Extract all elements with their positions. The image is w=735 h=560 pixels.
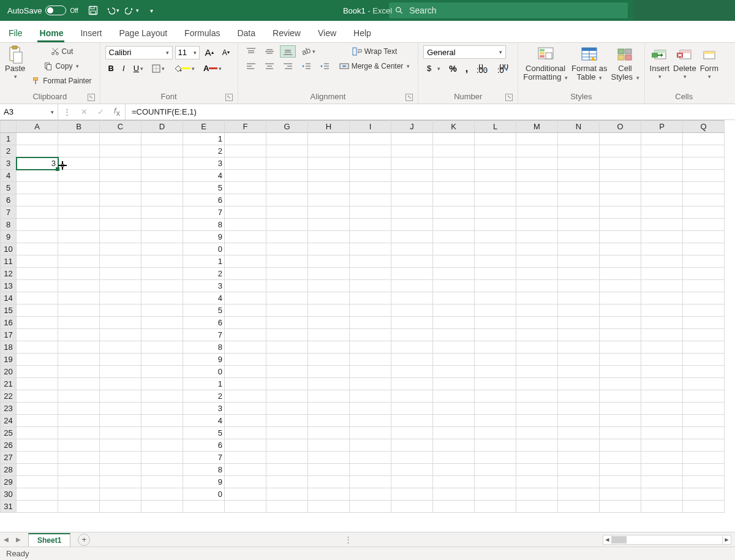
cell[interactable]	[683, 133, 725, 145]
cell[interactable]	[475, 305, 516, 317]
qat-customize-button[interactable]: ▾	[143, 2, 160, 19]
cell[interactable]	[17, 329, 58, 341]
cell[interactable]	[266, 145, 308, 157]
row-header[interactable]: 8	[1, 219, 17, 231]
cell[interactable]	[391, 145, 433, 157]
cell[interactable]: 9	[183, 476, 225, 488]
column-header[interactable]: B	[58, 121, 100, 133]
align-center-button[interactable]	[262, 60, 277, 72]
cell[interactable]	[433, 390, 475, 403]
cell[interactable]	[641, 415, 683, 427]
cell[interactable]	[100, 354, 141, 366]
cell[interactable]	[516, 268, 558, 280]
cell[interactable]	[100, 182, 141, 194]
cell[interactable]	[475, 476, 516, 488]
cell[interactable]: 5	[183, 182, 225, 194]
row-header[interactable]: 31	[1, 501, 17, 513]
cell[interactable]	[17, 427, 58, 439]
cell[interactable]	[391, 268, 433, 280]
cell[interactable]	[141, 292, 183, 305]
align-right-button[interactable]	[280, 60, 296, 72]
cell[interactable]	[641, 157, 683, 170]
cell[interactable]	[350, 255, 391, 268]
fill-color-button[interactable]: ▾	[170, 62, 198, 75]
cell[interactable]	[308, 415, 350, 427]
cell[interactable]	[308, 170, 350, 182]
cell[interactable]	[641, 145, 683, 157]
cell[interactable]	[225, 366, 266, 378]
cell[interactable]	[17, 133, 58, 145]
cell[interactable]	[58, 329, 100, 341]
cell[interactable]	[350, 194, 391, 206]
cell[interactable]	[391, 292, 433, 305]
cell[interactable]	[600, 366, 641, 378]
cell[interactable]	[17, 170, 58, 182]
cell[interactable]	[58, 133, 100, 145]
cell[interactable]	[516, 366, 558, 378]
sheet-tab-active[interactable]: Sheet1	[28, 533, 70, 547]
cell[interactable]	[17, 219, 58, 231]
cell[interactable]	[350, 305, 391, 317]
cell[interactable]	[266, 194, 308, 206]
cell[interactable]: 0	[183, 366, 225, 378]
cell[interactable]	[225, 464, 266, 476]
cell[interactable]	[641, 219, 683, 231]
dialog-launcher-icon[interactable]: ⤡	[505, 94, 513, 101]
cell[interactable]	[308, 390, 350, 403]
cell[interactable]	[641, 170, 683, 182]
cell[interactable]: 2	[183, 390, 225, 403]
cell[interactable]	[683, 427, 725, 439]
column-header[interactable]: G	[266, 121, 308, 133]
column-header[interactable]: N	[558, 121, 600, 133]
comma-button[interactable]: ,	[462, 61, 471, 76]
cell[interactable]	[600, 194, 641, 206]
row-header[interactable]: 27	[1, 452, 17, 464]
cell[interactable]	[266, 354, 308, 366]
align-bottom-button[interactable]	[280, 45, 296, 58]
cell[interactable]	[266, 292, 308, 305]
cell[interactable]	[17, 341, 58, 354]
cell[interactable]	[350, 403, 391, 415]
cell[interactable]: 7	[183, 452, 225, 464]
cell[interactable]	[683, 243, 725, 255]
cell[interactable]	[433, 280, 475, 292]
cell[interactable]	[475, 206, 516, 219]
cell[interactable]	[58, 292, 100, 305]
cell[interactable]	[100, 341, 141, 354]
cell[interactable]	[225, 403, 266, 415]
cell[interactable]	[558, 317, 600, 329]
cell[interactable]	[141, 182, 183, 194]
cell[interactable]	[683, 378, 725, 390]
search-box[interactable]	[389, 2, 628, 18]
cell[interactable]	[516, 354, 558, 366]
cell[interactable]: 2	[183, 145, 225, 157]
cell[interactable]	[558, 329, 600, 341]
cell[interactable]	[516, 378, 558, 390]
cell[interactable]	[225, 452, 266, 464]
tab-formulas[interactable]: Formulas	[176, 23, 228, 42]
cell[interactable]	[17, 366, 58, 378]
cell[interactable]	[641, 403, 683, 415]
delete-cells-button[interactable]: Delete▾	[673, 45, 696, 80]
cell[interactable]	[433, 182, 475, 194]
cell[interactable]	[141, 427, 183, 439]
cell[interactable]	[433, 194, 475, 206]
column-header[interactable]: K	[433, 121, 475, 133]
cell[interactable]	[516, 305, 558, 317]
cell[interactable]	[475, 366, 516, 378]
cell[interactable]	[558, 501, 600, 513]
borders-button[interactable]: ▾	[149, 62, 168, 75]
cell[interactable]	[641, 206, 683, 219]
cell[interactable]	[558, 305, 600, 317]
cell[interactable]	[225, 255, 266, 268]
worksheet-grid[interactable]: ABCDEFGHIJKLMNOPQ11223334455667788991001…	[0, 120, 735, 532]
cell[interactable]	[350, 354, 391, 366]
cell[interactable]	[433, 170, 475, 182]
font-size-combo[interactable]: 11▾	[175, 46, 200, 59]
cell[interactable]	[100, 476, 141, 488]
cell[interactable]	[350, 170, 391, 182]
row-header[interactable]: 25	[1, 427, 17, 439]
cell[interactable]	[558, 268, 600, 280]
cell[interactable]	[641, 366, 683, 378]
cell[interactable]	[600, 182, 641, 194]
